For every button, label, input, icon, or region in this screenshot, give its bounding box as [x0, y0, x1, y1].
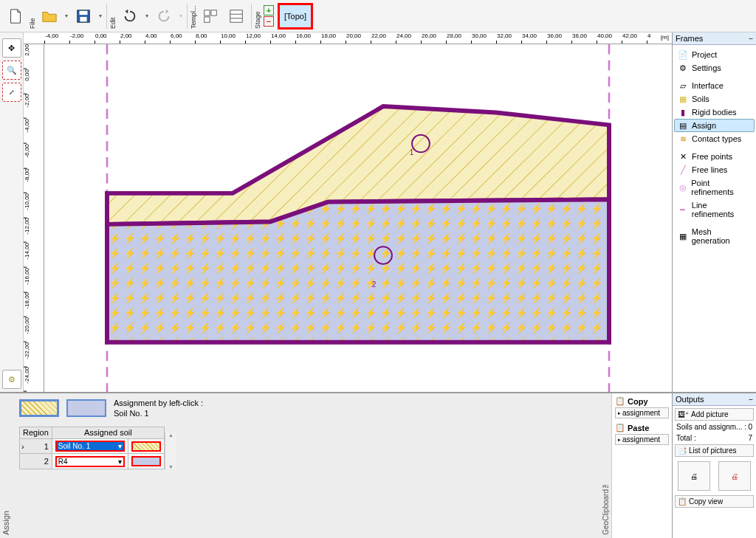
gear-icon: ⚙ — [678, 63, 688, 72]
freepoints-icon: ✕ — [678, 152, 688, 161]
svg-rect-2 — [80, 16, 86, 21]
interface-icon: ▱ — [678, 81, 688, 90]
contact-icon: ≋ — [678, 134, 688, 143]
zoom-icon: 🔍 — [7, 66, 17, 75]
stage-menu-label[interactable]: Stage — [254, 4, 261, 29]
frame-rigid-bodies[interactable]: ▮Rigid bodies — [674, 106, 755, 119]
frames-panel: Frames − 📄Project ⚙Settings ▱Interface ▦… — [672, 32, 756, 392]
total-label: Total : — [676, 434, 696, 442]
template-icon — [202, 8, 219, 24]
lineref-icon: ━ — [678, 205, 688, 214]
edit-menu-label[interactable]: Edit — [109, 4, 117, 29]
frame-line-refinements[interactable]: ━Line refinements — [674, 199, 755, 221]
paste-icon: 📋 — [615, 423, 625, 432]
frame-free-lines[interactable]: ╱Free lines — [674, 163, 755, 176]
redo-button[interactable] — [151, 1, 176, 31]
geoclipboard-panel: 📋Copy ▸assignment 📋Paste ▸assignment — [611, 393, 672, 538]
gear-icon: ⚙ — [8, 375, 16, 384]
table-scrollbar[interactable]: ▲▼ — [165, 432, 176, 469]
row2-swatch[interactable] — [131, 456, 161, 466]
copy-view-icon: 📋 — [678, 497, 687, 506]
templ-menu-label[interactable]: Templ... — [190, 4, 197, 29]
list-icon: 📑 — [678, 446, 687, 455]
frame-soils[interactable]: ▦Soils — [674, 92, 755, 106]
region-1-label: 1 — [410, 148, 414, 156]
list-pictures-button[interactable]: 📑List of pictures — [675, 444, 754, 457]
copy-heading: Copy — [628, 397, 648, 406]
add-picture-button[interactable]: 🖼⁺Add picture — [675, 408, 754, 421]
topo-label: [Topo] — [284, 12, 306, 21]
copy-icon: 📋 — [615, 396, 625, 406]
soil-select-row1[interactable]: Soil No. 1▾ — [55, 441, 125, 452]
pan-tool[interactable]: ✥ — [2, 38, 21, 58]
undo-button[interactable] — [117, 1, 142, 31]
ruler-x-unit: [m] — [661, 34, 669, 41]
pointref-icon: ◎ — [678, 183, 687, 192]
frames-collapse[interactable]: − — [749, 35, 753, 43]
printer-icon: 🖨 — [690, 472, 698, 480]
freelines-icon: ╱ — [678, 165, 688, 174]
table-row[interactable]: ›1 Soil No. 1▾ — [20, 439, 165, 454]
main-toolbar: File ▾ ▾ Edit ▾ ▾ Templ... Stage + − [To… — [0, 0, 756, 32]
soil-select-row2[interactable]: R4▾ — [55, 456, 125, 467]
move-icon: ✥ — [8, 44, 15, 53]
folder-open-icon — [41, 8, 58, 24]
view-settings-button[interactable]: ⚙ — [2, 370, 21, 389]
stage-add-button[interactable]: + — [264, 5, 274, 15]
frame-interface[interactable]: ▱Interface — [674, 79, 755, 92]
save-dropdown[interactable]: ▾ — [97, 1, 104, 31]
save-button[interactable] — [71, 1, 96, 31]
new-file-button[interactable] — [3, 1, 28, 31]
frame-point-refinements[interactable]: ◎Point refinements — [674, 176, 755, 199]
soils-count: 0 — [748, 423, 752, 431]
template-button-2[interactable] — [224, 1, 249, 31]
stage-remove-button[interactable]: − — [264, 16, 274, 27]
print-button-2[interactable]: 🖨 — [718, 461, 751, 491]
zoom-window-tool[interactable]: 🔍 — [2, 61, 21, 80]
paste-assignment-button[interactable]: ▸assignment — [615, 434, 669, 445]
copy-view-button[interactable]: 📋Copy view — [675, 495, 754, 508]
assign-hint-2: Soil No. 1 — [114, 408, 203, 418]
open-file-button[interactable] — [37, 1, 62, 31]
soils-count-label: Soils and assignm... : — [676, 423, 746, 431]
outputs-collapse[interactable]: − — [749, 396, 753, 404]
undo-icon — [122, 8, 138, 24]
frame-assign[interactable]: ▤Assign — [674, 119, 755, 132]
rigid-icon: ▮ — [678, 108, 688, 117]
col-region: Region — [20, 427, 52, 439]
soil1-swatch[interactable] — [19, 399, 59, 417]
print-button-1[interactable]: 🖨 — [678, 461, 710, 491]
frame-settings[interactable]: ⚙Settings — [674, 61, 755, 75]
mesh-icon: ▦ — [678, 232, 688, 241]
frame-mesh-generation[interactable]: ▦Mesh generation — [674, 225, 755, 247]
model-canvas[interactable]: -4,00-2,000,002,004,006,008,0010,0012,00… — [24, 32, 672, 392]
fit-icon: ⤢ — [9, 89, 15, 96]
outputs-panel: Outputs − 🖼⁺Add picture Soils and assign… — [672, 393, 756, 538]
geometry-svg: ⚡ — [44, 44, 672, 392]
svg-rect-1 — [80, 10, 88, 15]
undo-dropdown[interactable]: ▾ — [143, 1, 151, 31]
frame-contact-types[interactable]: ≋Contact types — [674, 132, 755, 145]
region-table: Region Assigned soil ›1 Soil No. 1▾ 2 R4… — [19, 427, 165, 469]
assign-side-label: Assign — [1, 511, 10, 535]
svg-rect-4 — [211, 10, 216, 15]
paste-heading: Paste — [628, 424, 649, 432]
file-menu-label[interactable]: File — [29, 4, 36, 29]
template-button-1[interactable] — [198, 1, 223, 31]
add-picture-icon: 🖼⁺ — [678, 410, 689, 418]
redo-dropdown[interactable]: ▾ — [177, 1, 185, 31]
fit-view-tool[interactable]: ⤢ — [2, 83, 21, 102]
assign-hint-1: Assignment by left-click : — [114, 398, 203, 408]
row1-swatch[interactable] — [131, 441, 161, 452]
soil2-swatch[interactable] — [66, 399, 106, 417]
open-file-dropdown[interactable]: ▾ — [63, 1, 70, 31]
copy-assignment-button[interactable]: ▸assignment — [615, 407, 669, 418]
save-icon — [75, 8, 92, 24]
table-row[interactable]: 2 R4▾ — [20, 454, 165, 469]
frame-project[interactable]: 📄Project — [674, 48, 755, 61]
topo-stage-button[interactable]: [Topo] — [278, 3, 313, 30]
new-file-icon — [7, 8, 24, 24]
frame-free-points[interactable]: ✕Free points — [674, 150, 755, 163]
soils-icon: ▦ — [678, 94, 688, 103]
printer-icon: 🖨 — [731, 472, 738, 480]
